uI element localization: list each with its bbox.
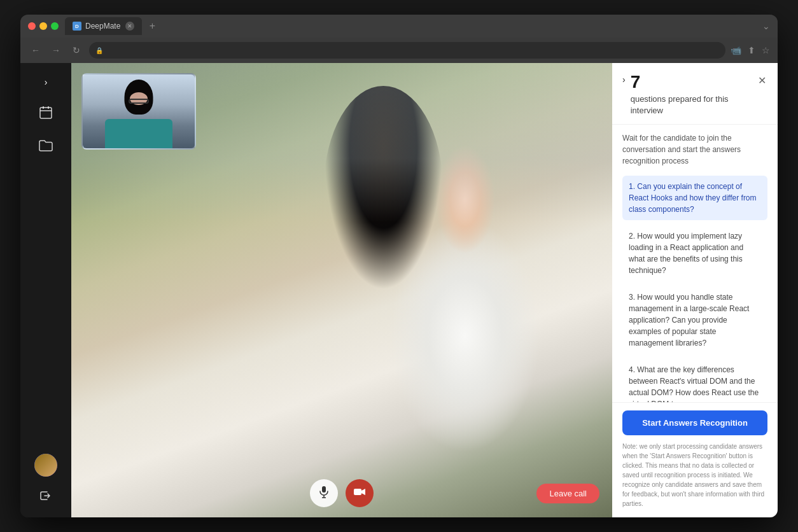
tab-favicon: D	[73, 22, 81, 31]
right-panel: › 7 questions prepared for this intervie…	[612, 63, 778, 517]
panel-chevron-icon: ›	[622, 74, 626, 85]
folder-icon	[39, 140, 53, 155]
tab-bar: D DeepMate ✕ + ⌄	[65, 17, 770, 35]
sidebar-toggle-button[interactable]: ›	[37, 73, 55, 91]
panel-title-row: › 7 questions prepared for this intervie…	[622, 73, 757, 116]
new-tab-button[interactable]: +	[144, 18, 160, 34]
left-sidebar: ›	[20, 63, 71, 517]
question-text-4: 4. What are the key differences between …	[629, 365, 759, 402]
back-button[interactable]: ←	[28, 43, 43, 58]
svg-rect-0	[40, 108, 52, 118]
svg-rect-7	[354, 489, 361, 495]
sidebar-item-calendar[interactable]	[36, 104, 56, 124]
bookmark-icon[interactable]: ☆	[762, 45, 770, 55]
exit-icon[interactable]	[36, 487, 56, 507]
thumbnail-video	[81, 73, 196, 150]
chevron-right-icon: ›	[45, 77, 48, 87]
start-answers-recognition-button[interactable]: Start Answers Recognition	[622, 410, 767, 435]
video-off-icon	[353, 486, 366, 501]
sidebar-item-folder[interactable]	[36, 137, 56, 157]
browser-tab[interactable]: D DeepMate ✕	[65, 17, 142, 35]
nav-bar: ← → ↻ 🔒 📹 ⬆ ☆	[20, 38, 778, 63]
microphone-icon	[318, 486, 330, 501]
question-item-3[interactable]: 3. How would you handle state management…	[622, 286, 767, 354]
tab-more-button[interactable]: ⌄	[762, 21, 770, 31]
disclaimer-text: Note: we only start processing candidate…	[622, 442, 767, 508]
title-bar: D DeepMate ✕ + ⌄	[20, 15, 778, 38]
panel-header: › 7 questions prepared for this intervie…	[612, 63, 778, 125]
forward-icon: →	[52, 45, 60, 55]
share-icon[interactable]: ⬆	[748, 45, 755, 55]
question-text-3: 3. How would you handle state management…	[629, 293, 749, 347]
back-icon: ←	[31, 45, 40, 55]
leave-call-button[interactable]: Leave call	[536, 484, 599, 503]
lock-icon: 🔒	[95, 47, 103, 54]
tab-close-button[interactable]: ✕	[125, 22, 134, 31]
svg-rect-4	[322, 486, 326, 493]
mac-window: D DeepMate ✕ + ⌄ ← → ↻ 🔒 📹 ⬆ ☆	[20, 15, 778, 517]
panel-title-content: 7 questions prepared for this interview	[631, 73, 757, 116]
mic-button[interactable]	[310, 479, 338, 507]
refresh-icon: ↻	[73, 45, 80, 55]
screen-share-icon[interactable]: 📹	[731, 45, 741, 55]
tab-label: DeepMate	[85, 22, 120, 31]
fullscreen-traffic-light[interactable]	[51, 22, 59, 30]
forward-button[interactable]: →	[48, 43, 64, 58]
logout-icon	[39, 489, 52, 505]
address-bar[interactable]: 🔒	[89, 42, 725, 59]
controls-bar	[310, 479, 374, 507]
calendar-icon	[39, 106, 53, 123]
user-avatar[interactable]	[34, 454, 57, 477]
question-item-4[interactable]: 4. What are the key differences between …	[622, 359, 767, 402]
panel-description: Wait for the candidate to join the conve…	[622, 132, 767, 167]
main-content: ›	[20, 63, 778, 517]
traffic-lights	[28, 22, 59, 30]
panel-title-text: questions prepared for this interview	[631, 94, 757, 116]
question-text-2: 2. How would you implement lazy loading …	[629, 232, 743, 275]
nav-icons-right: 📹 ⬆ ☆	[731, 45, 770, 55]
minimize-traffic-light[interactable]	[39, 22, 47, 30]
panel-body: Wait for the candidate to join the conve…	[612, 125, 778, 402]
video-button[interactable]	[346, 479, 374, 507]
question-item-1[interactable]: 1. Can you explain the concept of React …	[622, 176, 767, 220]
panel-footer: Start Answers Recognition Note: we only …	[612, 402, 778, 517]
question-count: 7	[631, 72, 641, 92]
sidebar-bottom	[34, 454, 57, 507]
question-text-1: 1. Can you explain the concept of React …	[629, 182, 757, 214]
close-traffic-light[interactable]	[28, 22, 36, 30]
panel-close-button[interactable]: ✕	[757, 73, 767, 88]
refresh-button[interactable]: ↻	[69, 43, 84, 58]
question-item-2[interactable]: 2. How would you implement lazy loading …	[622, 225, 767, 281]
video-area: Leave call	[71, 63, 612, 517]
